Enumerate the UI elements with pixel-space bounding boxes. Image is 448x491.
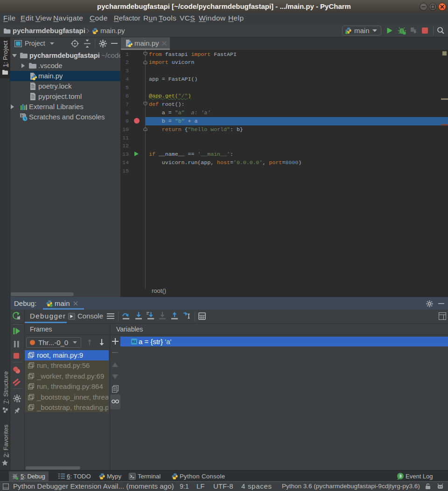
svg-text:3: 3 xyxy=(399,474,401,478)
